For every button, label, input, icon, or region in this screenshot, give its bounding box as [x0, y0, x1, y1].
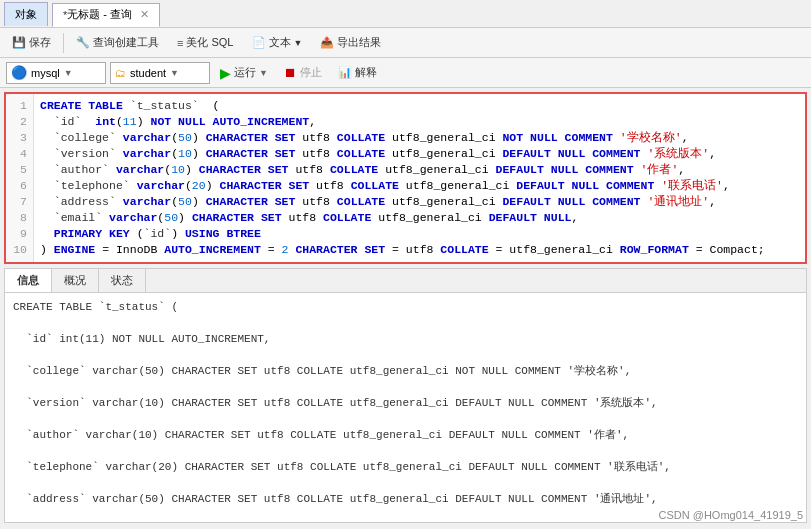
- separator-1: [63, 33, 64, 53]
- export-button[interactable]: 📤 导出结果: [312, 31, 389, 54]
- sidebar-tab[interactable]: 对象: [4, 2, 48, 26]
- beautify-label: 美化 SQL: [186, 35, 233, 50]
- text-icon: 📄: [252, 36, 266, 49]
- db-selector[interactable]: 🔵 mysql ▼: [6, 62, 106, 84]
- schema-label: student: [130, 67, 166, 79]
- tab-close-icon[interactable]: ✕: [140, 8, 149, 21]
- run-button[interactable]: ▶ 运行 ▼: [214, 62, 274, 84]
- save-label: 保存: [29, 35, 51, 50]
- explain-label: 解释: [355, 65, 377, 80]
- db-label: mysql: [31, 67, 60, 79]
- line-numbers: 1 2 3 4 5 6 7 8 9 10: [6, 94, 34, 262]
- stop-label: 停止: [300, 65, 322, 80]
- explain-button[interactable]: 📊 解释: [332, 62, 383, 83]
- run-dropdown-icon: ▼: [259, 68, 268, 78]
- text-dropdown-icon: ▼: [294, 38, 303, 48]
- result-line2: `id` int(11) NOT NULL AUTO_INCREMENT,: [13, 331, 798, 347]
- text-label: 文本: [269, 35, 291, 50]
- result-line3: `college` varchar(50) CHARACTER SET utf8…: [13, 363, 798, 379]
- query-builder-icon: 🔧: [76, 36, 90, 49]
- db-dropdown-arrow: ▼: [64, 68, 73, 78]
- tab-status[interactable]: 状态: [99, 269, 146, 292]
- connection-bar: 🔵 mysql ▼ 🗂 student ▼ ▶ 运行 ▼ ⏹ 停止 📊 解释: [0, 58, 811, 88]
- tab-label: 无标题 - 查询: [67, 7, 132, 22]
- tab-overview[interactable]: 概况: [52, 269, 99, 292]
- run-icon: ▶: [220, 65, 231, 81]
- bottom-panel: 信息 概况 状态 CREATE TABLE `t_status` ( `id` …: [4, 268, 807, 523]
- result-line4: `version` varchar(10) CHARACTER SET utf8…: [13, 395, 798, 411]
- beautify-button[interactable]: ≡ 美化 SQL: [169, 31, 242, 54]
- result-line6: `telephone` varchar(20) CHARACTER SET ut…: [13, 459, 798, 475]
- watermark: CSDN @HOmg014_41919_5: [659, 509, 803, 521]
- query-tab[interactable]: * 无标题 - 查询 ✕: [52, 3, 160, 27]
- stop-button[interactable]: ⏹ 停止: [278, 62, 328, 83]
- result-line7: `address` varchar(50) CHARACTER SET utf8…: [13, 491, 798, 507]
- save-button[interactable]: 💾 保存: [4, 31, 59, 54]
- beautify-icon: ≡: [177, 37, 183, 49]
- text-button[interactable]: 📄 文本 ▼: [244, 31, 311, 54]
- object-label: 对象: [15, 7, 37, 22]
- save-icon: 💾: [12, 36, 26, 49]
- result-line1: CREATE TABLE `t_status` (: [13, 299, 798, 315]
- title-bar: 对象 * 无标题 - 查询 ✕: [0, 0, 811, 28]
- result-content: CREATE TABLE `t_status` ( `id` int(11) N…: [5, 293, 806, 522]
- query-builder-label: 查询创建工具: [93, 35, 159, 50]
- schema-icon: 🗂: [115, 67, 126, 79]
- schema-dropdown-arrow: ▼: [170, 68, 179, 78]
- run-label: 运行: [234, 65, 256, 80]
- code-content[interactable]: CREATE TABLE `t_status` ( `id` int(11) N…: [34, 94, 805, 262]
- export-icon: 📤: [320, 36, 334, 49]
- toolbar: 💾 保存 🔧 查询创建工具 ≡ 美化 SQL 📄 文本 ▼ 📤 导出结果: [0, 28, 811, 58]
- bottom-tabs: 信息 概况 状态: [5, 269, 806, 293]
- mysql-icon: 🔵: [11, 65, 27, 80]
- sql-editor[interactable]: 1 2 3 4 5 6 7 8 9 10 CREATE TABLE `t_sta…: [4, 92, 807, 264]
- result-line5: `author` varchar(10) CHARACTER SET utf8 …: [13, 427, 798, 443]
- tab-info[interactable]: 信息: [5, 269, 52, 292]
- stop-icon: ⏹: [284, 65, 297, 80]
- export-label: 导出结果: [337, 35, 381, 50]
- explain-icon: 📊: [338, 66, 352, 79]
- query-builder-button[interactable]: 🔧 查询创建工具: [68, 31, 167, 54]
- schema-selector[interactable]: 🗂 student ▼: [110, 62, 210, 84]
